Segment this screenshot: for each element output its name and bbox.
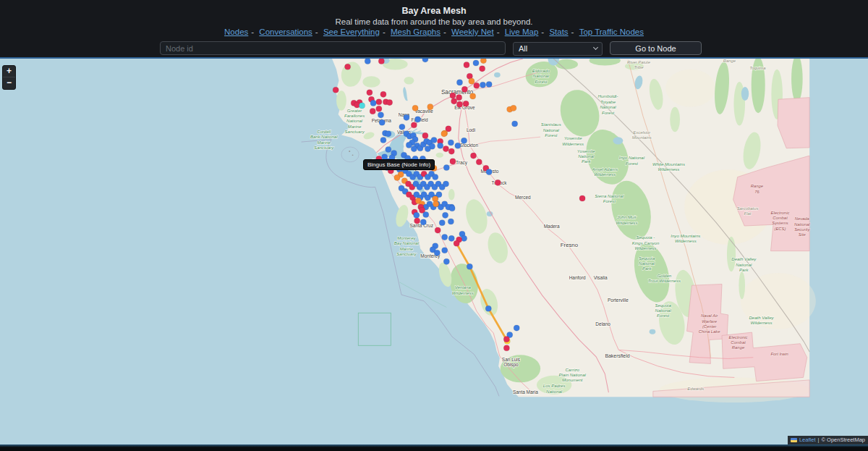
node-marker[interactable] [455, 143, 461, 148]
node-marker[interactable] [414, 117, 420, 122]
node-marker[interactable] [464, 62, 469, 68]
node-marker[interactable] [503, 345, 509, 351]
node-marker[interactable] [579, 195, 585, 201]
nav-link-mesh-graphs[interactable]: Mesh Graphs [391, 28, 441, 36]
node-marker[interactable] [435, 227, 441, 233]
node-marker[interactable] [449, 206, 455, 211]
node-marker[interactable] [386, 131, 391, 137]
node-marker[interactable] [411, 146, 417, 152]
nav-link-conversations[interactable]: Conversations [259, 28, 312, 36]
node-marker[interactable] [380, 137, 386, 143]
zoom-out-button[interactable]: − [3, 77, 15, 89]
node-marker[interactable] [433, 174, 438, 180]
node-marker[interactable] [425, 146, 430, 152]
node-marker[interactable] [463, 101, 469, 106]
node-marker[interactable] [443, 146, 448, 152]
node-marker[interactable] [379, 119, 385, 125]
node-marker[interactable] [399, 124, 405, 130]
node-marker[interactable] [442, 248, 448, 253]
node-marker[interactable] [461, 138, 467, 143]
node-marker[interactable] [423, 211, 429, 217]
node-marker[interactable] [380, 91, 386, 97]
node-marker[interactable] [434, 250, 440, 256]
node-marker[interactable] [376, 106, 382, 111]
node-marker[interactable] [467, 264, 472, 269]
node-marker[interactable] [480, 82, 485, 88]
node-marker[interactable] [450, 93, 456, 98]
filter-select[interactable]: All [513, 42, 603, 56]
map[interactable]: GreaterFarallonesNationalMarineSanctuary… [0, 59, 868, 444]
node-marker[interactable] [470, 93, 476, 99]
node-marker[interactable] [370, 109, 375, 114]
node-marker[interactable] [469, 78, 475, 84]
node-marker[interactable] [514, 325, 519, 331]
node-marker[interactable] [480, 66, 485, 72]
node-marker[interactable] [427, 104, 433, 110]
leaflet-link[interactable]: Leaflet [799, 437, 816, 443]
node-marker[interactable] [367, 90, 373, 96]
node-marker[interactable] [345, 64, 351, 69]
node-marker[interactable] [411, 122, 417, 128]
nav-link-see-everything[interactable]: See Everything [323, 28, 380, 36]
node-marker[interactable] [420, 219, 426, 225]
node-marker[interactable] [414, 212, 420, 218]
zoom-in-button[interactable]: + [3, 66, 15, 77]
node-marker[interactable] [438, 143, 443, 148]
node-marker[interactable] [443, 164, 449, 170]
node-marker[interactable] [443, 258, 449, 264]
node-marker[interactable] [474, 83, 480, 88]
node-marker[interactable] [359, 103, 365, 109]
node-marker[interactable] [454, 240, 459, 246]
node-marker[interactable] [365, 59, 370, 64]
node-marker[interactable] [376, 99, 382, 105]
node-marker[interactable] [412, 105, 418, 111]
node-marker[interactable] [451, 98, 457, 104]
node-marker[interactable] [443, 212, 448, 218]
node-marker[interactable] [486, 169, 492, 175]
node-marker[interactable] [512, 121, 518, 127]
node-marker[interactable] [503, 337, 509, 342]
node-marker[interactable] [456, 80, 462, 85]
node-marker[interactable] [404, 114, 409, 120]
node-marker[interactable] [433, 201, 439, 207]
node-marker[interactable] [473, 60, 479, 66]
node-marker[interactable] [448, 235, 454, 241]
node-marker[interactable] [386, 146, 391, 152]
node-marker[interactable] [394, 174, 400, 180]
node-marker[interactable] [450, 159, 456, 164]
node-marker[interactable] [422, 132, 428, 138]
node-marker[interactable] [448, 148, 454, 154]
node-marker[interactable] [486, 81, 492, 87]
node-marker[interactable] [378, 112, 383, 118]
node-marker[interactable] [439, 220, 445, 226]
node-marker[interactable] [511, 105, 516, 111]
node-marker[interactable] [443, 181, 448, 187]
node-marker[interactable] [448, 140, 454, 146]
node-marker[interactable] [441, 131, 447, 137]
go-to-node-button[interactable]: Go to Node [610, 41, 702, 55]
node-marker[interactable] [333, 87, 339, 93]
nav-link-top-traffic-nodes[interactable]: Top Traffic Nodes [579, 28, 644, 36]
node-marker[interactable] [480, 59, 486, 64]
node-marker[interactable] [470, 153, 476, 159]
node-marker[interactable] [370, 100, 376, 106]
openstreetmap-link[interactable]: © OpenStreetMap [821, 437, 865, 443]
node-marker[interactable] [456, 101, 462, 107]
node-marker[interactable] [386, 100, 392, 106]
nav-link-nodes[interactable]: Nodes [224, 28, 248, 36]
node-marker[interactable] [414, 218, 420, 224]
node-marker[interactable] [485, 305, 491, 311]
node-marker[interactable] [476, 159, 482, 165]
node-marker[interactable] [495, 180, 501, 185]
node-marker[interactable] [406, 142, 412, 148]
node-id-input[interactable] [160, 41, 506, 55]
nav-link-live-map[interactable]: Live Map [505, 28, 539, 36]
node-marker[interactable] [461, 86, 467, 92]
node-marker[interactable] [456, 95, 462, 101]
node-marker[interactable] [442, 235, 448, 240]
nav-link-weekly-net[interactable]: Weekly Net [451, 28, 494, 36]
node-marker[interactable] [378, 59, 384, 64]
node-marker[interactable] [448, 219, 454, 224]
node-marker[interactable] [431, 137, 437, 143]
nav-link-stats[interactable]: Stats [549, 28, 568, 36]
